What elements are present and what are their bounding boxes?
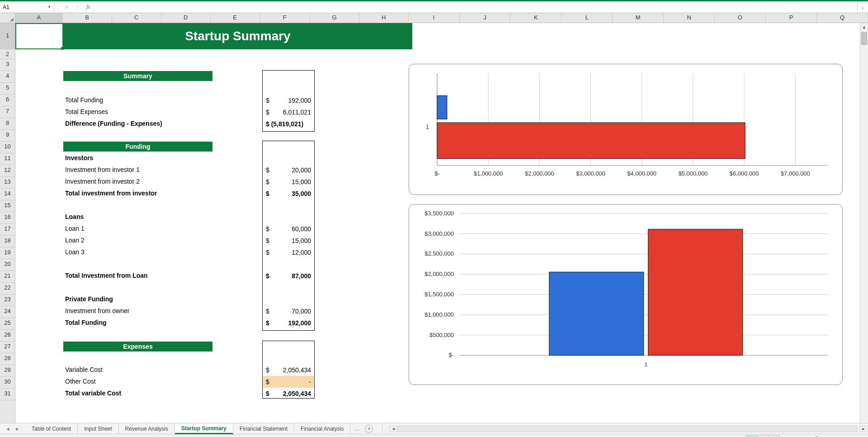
- col-header-D[interactable]: D: [161, 13, 211, 23]
- total-funding-label2: Total Funding: [65, 319, 107, 326]
- tab-next-icon[interactable]: ►: [15, 426, 20, 432]
- svg-rect-30: [648, 229, 743, 356]
- col-header-K[interactable]: K: [510, 13, 561, 23]
- tab-prev-icon[interactable]: ◄: [5, 426, 10, 432]
- row-header-8[interactable]: 8: [0, 118, 15, 130]
- view-normal-icon[interactable]: ▦: [745, 435, 757, 437]
- inv1-value: $20,000: [263, 164, 314, 176]
- col-header-M[interactable]: M: [613, 13, 664, 23]
- row-header-28[interactable]: 28: [0, 353, 15, 365]
- total-loan-label: Total Investment from Loan: [65, 272, 148, 279]
- tabs-nav: ◄ ►: [0, 423, 25, 434]
- svg-text:$3,500,000: $3,500,000: [425, 210, 454, 217]
- row-header-17[interactable]: 17: [0, 224, 15, 236]
- col-header-Q[interactable]: Q: [817, 13, 868, 23]
- view-page-layout-icon[interactable]: ▤: [757, 435, 769, 437]
- sheet-body[interactable]: Startup Summary Summary Total Funding To…: [15, 23, 860, 423]
- chart-funding-vs-expenses[interactable]: 1 $- $1,000,000 $2,000,000 $3,000,000 $4…: [409, 64, 843, 195]
- col-header-J[interactable]: J: [460, 13, 511, 23]
- loans-header: Loans: [65, 213, 84, 220]
- total-variable-value: $2,050,434: [263, 388, 314, 399]
- row-header-31[interactable]: 31: [0, 389, 15, 400]
- col-header-L[interactable]: L: [561, 13, 613, 23]
- hscroll-right-icon[interactable]: ►: [859, 426, 868, 432]
- difference-label: Difference (Funding - Expenses): [65, 120, 162, 127]
- view-buttons: ▦ ▤ ▯: [746, 435, 780, 437]
- row-header-13[interactable]: 13: [0, 177, 15, 189]
- row-header-30[interactable]: 30: [0, 377, 15, 389]
- col-header-B[interactable]: B: [63, 13, 112, 23]
- row-header-1[interactable]: 1: [0, 23, 15, 49]
- row-header-10[interactable]: 10: [0, 142, 15, 153]
- row-header-29[interactable]: 29: [0, 365, 15, 377]
- row-header-2[interactable]: 2: [0, 49, 15, 59]
- enter-icon[interactable]: ✓: [75, 4, 80, 10]
- cancel-icon[interactable]: ✕: [65, 4, 69, 10]
- tab-table-of-content[interactable]: Table of Content: [25, 423, 78, 434]
- svg-text:$2,500,000: $2,500,000: [425, 250, 454, 257]
- difference-value: $ (5,819,021): [263, 118, 314, 130]
- name-box[interactable]: A1 ▼: [0, 1, 54, 13]
- col-header-N[interactable]: N: [664, 13, 715, 23]
- select-all-corner[interactable]: [0, 13, 15, 23]
- tab-financial-analysis[interactable]: Financial Analysis: [294, 423, 350, 434]
- tab-financial-statement[interactable]: Financial Statement: [233, 423, 294, 434]
- row-header-4[interactable]: 4: [0, 71, 15, 83]
- col-header-I[interactable]: I: [409, 13, 460, 23]
- row-header-23[interactable]: 23: [0, 294, 15, 306]
- col-header-A[interactable]: A: [15, 13, 63, 23]
- row-header-7[interactable]: 7: [0, 106, 15, 118]
- add-sheet-icon[interactable]: +: [365, 425, 373, 433]
- formula-input[interactable]: [94, 1, 857, 13]
- selected-cell[interactable]: [15, 23, 63, 49]
- total-investors-label: Total investment from investor: [65, 190, 157, 197]
- row-header-18[interactable]: 18: [0, 236, 15, 247]
- col-header-G[interactable]: G: [310, 13, 359, 23]
- row-header-20[interactable]: 20: [0, 259, 15, 271]
- row-header-25[interactable]: 25: [0, 318, 15, 330]
- col-header-P[interactable]: P: [766, 13, 817, 23]
- row-headers: 1 2 3 4 5 6 7 8 9 10 11 12 13 14 15 16 1…: [0, 23, 15, 423]
- row-header-26[interactable]: 26: [0, 330, 15, 342]
- row-header-11[interactable]: 11: [0, 153, 15, 165]
- scroll-thumb[interactable]: [861, 32, 867, 45]
- row-header-15[interactable]: 15: [0, 200, 15, 212]
- horizontal-scrollbar[interactable]: ◄ ►: [384, 423, 868, 434]
- chevron-down-icon[interactable]: ▼: [47, 5, 51, 9]
- row-header-19[interactable]: 19: [0, 247, 15, 259]
- tab-revenue-analysis[interactable]: Revenue Analysis: [119, 423, 175, 434]
- col-header-H[interactable]: H: [359, 13, 409, 23]
- hscroll-left-icon[interactable]: ◄: [389, 426, 397, 432]
- svg-rect-29: [549, 272, 644, 355]
- row-header-16[interactable]: 16: [0, 212, 15, 224]
- svg-text:$2,000,000: $2,000,000: [525, 170, 554, 177]
- row-header-6[interactable]: 6: [0, 95, 15, 106]
- col-header-E[interactable]: E: [211, 13, 260, 23]
- row-header-27[interactable]: 27: [0, 342, 15, 353]
- total-funding-label: Total Funding: [65, 96, 103, 104]
- chart-costs[interactable]: $- $500,000 $1,000,000 $1,500,000 $2,000…: [409, 204, 843, 385]
- row-header-14[interactable]: 14: [0, 189, 15, 200]
- formula-bar: A1 ▼ ✕ ✓ fx ⌄: [0, 1, 868, 13]
- formula-expand-icon[interactable]: ⌄: [857, 1, 868, 13]
- col-header-C[interactable]: C: [112, 13, 161, 23]
- row-header-12[interactable]: 12: [0, 165, 15, 177]
- col-header-F[interactable]: F: [260, 13, 310, 23]
- tabs-overflow[interactable]: ...+: [350, 423, 380, 434]
- row-header-9[interactable]: 9: [0, 130, 15, 142]
- row-header-24[interactable]: 24: [0, 306, 15, 318]
- expenses-section-header: Expenses: [63, 342, 212, 352]
- svg-text:$6,000,000: $6,000,000: [730, 170, 759, 177]
- row-header-3[interactable]: 3: [0, 59, 15, 71]
- row-header-5[interactable]: 5: [0, 83, 15, 95]
- view-page-break-icon[interactable]: ▯: [768, 435, 780, 437]
- tab-startup-summary[interactable]: Startup Summary: [175, 423, 233, 434]
- row-header-21[interactable]: 21: [0, 271, 15, 283]
- tab-input-sheet[interactable]: Input Sheet: [78, 423, 118, 434]
- scroll-up-icon[interactable]: ▲: [860, 23, 868, 31]
- name-box-value: A1: [3, 4, 9, 10]
- vertical-scrollbar[interactable]: ▲: [860, 23, 868, 423]
- col-header-O[interactable]: O: [715, 13, 766, 23]
- fx-icon[interactable]: fx: [86, 4, 90, 10]
- row-header-22[interactable]: 22: [0, 283, 15, 294]
